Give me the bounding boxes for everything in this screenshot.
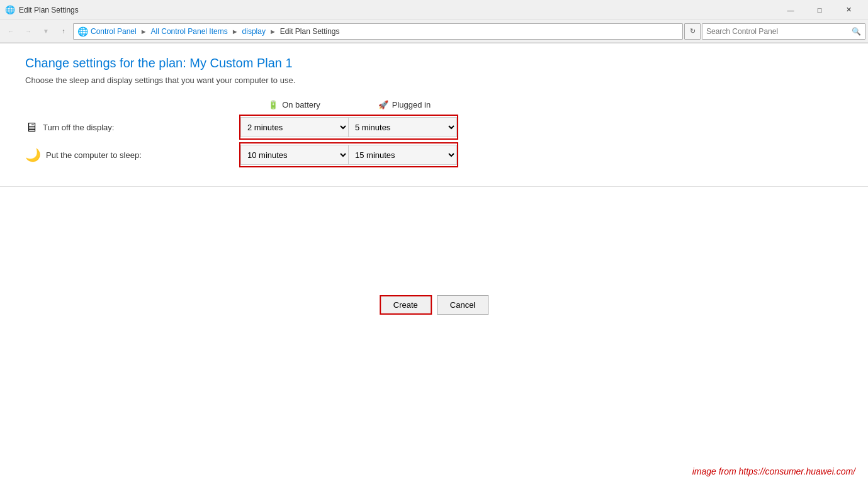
sep2: ► xyxy=(232,28,239,35)
breadcrumb-all-items[interactable]: All Control Panel Items xyxy=(151,27,228,36)
forward-button[interactable]: → xyxy=(20,23,37,40)
sleep-dropdowns-box: 1 minute 2 minutes 3 minutes 5 minutes 1… xyxy=(239,142,458,167)
window-icon: 🌐 xyxy=(5,5,15,15)
button-area: Create Cancel xyxy=(380,295,489,315)
breadcrumb-control-panel[interactable]: Control Panel xyxy=(91,27,137,36)
close-button[interactable]: ✕ xyxy=(834,0,863,20)
main-content: Change settings for the plan: My Custom … xyxy=(0,43,868,489)
battery-icon: 🔋 xyxy=(268,100,278,110)
sleep-row: 🌙 Put the computer to sleep: 1 minute 2 … xyxy=(25,142,843,167)
search-bar: 🔍 xyxy=(702,23,865,40)
display-plugged-in-select[interactable]: 1 minute 2 minutes 3 minutes 5 minutes 1… xyxy=(349,117,457,137)
window-title: Edit Plan Settings xyxy=(19,6,79,14)
rocket-icon: 🚀 xyxy=(378,100,388,110)
watermark: image from https://consumer.huawei.com/ xyxy=(692,466,855,476)
breadcrumb-edit-plan: Edit Plan Settings xyxy=(280,27,340,36)
display-row: 🖥 Turn off the display: 1 minute 2 minut… xyxy=(25,115,843,140)
display-icon: 🖥 xyxy=(25,120,38,135)
sleep-on-battery-select[interactable]: 1 minute 2 minutes 3 minutes 5 minutes 1… xyxy=(240,145,349,165)
display-dropdowns-box: 1 minute 2 minutes 3 minutes 5 minutes 1… xyxy=(239,115,458,140)
display-label: Turn off the display: xyxy=(43,123,114,132)
col-header-plugged: 🚀 Plugged in xyxy=(349,100,459,110)
address-bar: 🌐 Control Panel ► All Control Panel Item… xyxy=(73,23,683,40)
cancel-button[interactable]: Cancel xyxy=(437,295,488,315)
recent-locations-button[interactable]: ▼ xyxy=(38,23,54,40)
sleep-label: Put the computer to sleep: xyxy=(46,150,142,160)
display-on-battery-select[interactable]: 1 minute 2 minutes 3 minutes 5 minutes 1… xyxy=(240,117,349,137)
nav-bar: ← → ▼ ↑ 🌐 Control Panel ► All Control Pa… xyxy=(0,20,868,43)
col-plugged-label: Plugged in xyxy=(392,100,431,110)
sleep-icon: 🌙 xyxy=(25,147,41,162)
address-icon: 🌐 xyxy=(77,26,88,37)
col-header-battery: 🔋 On battery xyxy=(239,100,349,110)
title-bar-controls: — □ ✕ xyxy=(776,0,863,20)
display-label-section: 🖥 Turn off the display: xyxy=(25,120,239,135)
sep1: ► xyxy=(140,28,147,35)
search-input[interactable] xyxy=(706,27,849,36)
back-button[interactable]: ← xyxy=(3,23,19,40)
create-button[interactable]: Create xyxy=(380,295,432,315)
search-icon: 🔍 xyxy=(852,27,861,36)
refresh-button[interactable]: ↻ xyxy=(684,23,701,40)
maximize-button[interactable]: □ xyxy=(805,0,834,20)
title-bar-left: 🌐 Edit Plan Settings xyxy=(5,5,79,15)
sep3: ► xyxy=(269,28,276,35)
breadcrumb-power-options[interactable]: display xyxy=(242,27,266,36)
page-title: Change settings for the plan: My Custom … xyxy=(25,56,843,70)
col-battery-label: On battery xyxy=(282,100,320,110)
minimize-button[interactable]: — xyxy=(776,0,805,20)
sleep-plugged-in-select[interactable]: 1 minute 2 minutes 3 minutes 5 minutes 1… xyxy=(349,145,457,165)
title-bar: 🌐 Edit Plan Settings — □ ✕ xyxy=(0,0,868,20)
sleep-label-section: 🌙 Put the computer to sleep: xyxy=(25,147,239,162)
settings-rows: 🖥 Turn off the display: 1 minute 2 minut… xyxy=(25,115,843,167)
up-button[interactable]: ↑ xyxy=(55,23,72,40)
column-headers: 🔋 On battery 🚀 Plugged in xyxy=(239,100,843,110)
page-subtitle: Choose the sleep and display settings th… xyxy=(25,76,843,85)
